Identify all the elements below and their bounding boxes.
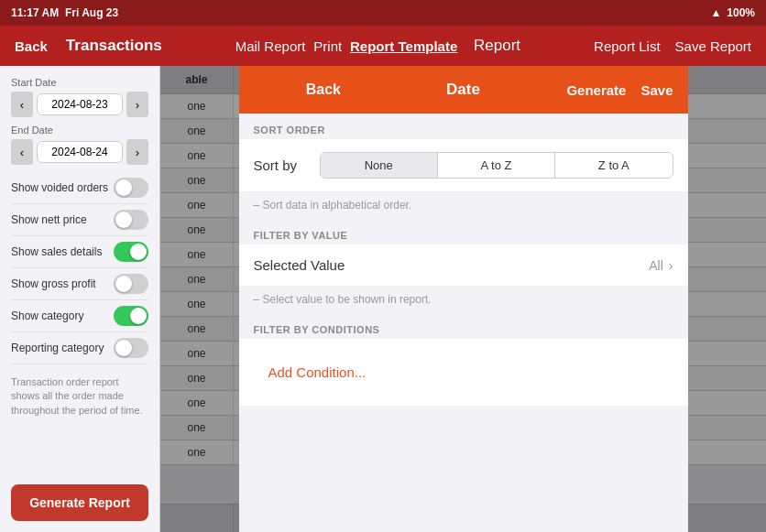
modal-header: Back Date Generate Save <box>239 66 688 114</box>
all-label: All <box>649 258 663 273</box>
sidebar-footer: Transaction order report shows all the o… <box>11 375 148 418</box>
chevron-right-icon: › <box>669 258 673 273</box>
toggle-nett-label: Show nett price <box>11 213 87 226</box>
end-date-next[interactable]: › <box>126 139 148 165</box>
filter-value-header: FILTER BY VALUE <box>239 219 688 244</box>
modal-overlay: Back Date Generate Save SORT ORDER Sort … <box>160 66 766 532</box>
start-date-value: 2024-08-23 <box>37 93 123 115</box>
start-date-next[interactable]: › <box>126 92 148 117</box>
report-label: Report <box>474 37 520 55</box>
status-time: 11:17 AM Fri Aug 23 <box>11 6 118 19</box>
toggle-category-switch[interactable] <box>114 306 148 326</box>
main-layout: Start Date ‹ 2024-08-23 › End Date ‹ 202… <box>0 66 766 532</box>
toggle-voided-switch[interactable] <box>114 178 148 198</box>
status-bar: 11:17 AM Fri Aug 23 ▲ 100% <box>0 0 766 26</box>
end-date-row: ‹ 2024-08-24 › <box>11 139 148 165</box>
modal-back-button[interactable]: Back <box>254 81 394 98</box>
battery-label: 100% <box>727 6 755 19</box>
toggle-sales-switch[interactable] <box>114 242 148 262</box>
toggle-sales-label: Show sales details <box>11 245 102 258</box>
toggle-reporting-category: Reporting category <box>11 332 148 364</box>
sort-section-card: Sort by None A to Z Z to A <box>239 139 688 191</box>
status-icons: ▲ 100% <box>710 6 755 19</box>
mail-report-button[interactable]: Mail Report <box>235 37 306 55</box>
toggle-gross-switch[interactable] <box>114 274 148 294</box>
end-date-prev[interactable]: ‹ <box>11 139 33 165</box>
toggle-nett-price: Show nett price <box>11 204 148 236</box>
generate-report-button[interactable]: Generate Report <box>11 484 148 521</box>
toggle-voided-orders: Show voided orders <box>11 172 148 204</box>
modal-save-button[interactable]: Save <box>640 82 673 98</box>
app-title: Transactions <box>66 37 162 55</box>
end-date-section: End Date ‹ 2024-08-24 › <box>11 125 148 165</box>
add-condition-button[interactable]: Add Condition... <box>254 352 381 393</box>
sort-row: Sort by None A to Z Z to A <box>254 152 673 179</box>
modal-bottom-space <box>239 413 688 532</box>
sort-section-header: SORT ORDER <box>239 114 688 139</box>
filter-value-card[interactable]: Selected Value All › <box>239 244 688 286</box>
top-nav-left: Back Transactions <box>15 37 162 55</box>
start-date-section: Start Date ‹ 2024-08-23 › <box>11 77 148 117</box>
report-template-button[interactable]: Report Template <box>350 37 457 55</box>
sort-options: None A to Z Z to A <box>320 152 673 179</box>
sort-option-none[interactable]: None <box>321 153 438 178</box>
table-area: able Pax No Qty one 0 2 one 0 1 one 0 1 … <box>160 66 766 532</box>
selected-value-label: Selected Value <box>254 257 345 273</box>
sort-option-atoz[interactable]: A to Z <box>438 153 555 178</box>
start-date-prev[interactable]: ‹ <box>11 92 33 117</box>
save-report-button[interactable]: Save Report <box>675 38 751 54</box>
toggle-voided-label: Show voided orders <box>11 181 108 194</box>
toggle-nett-switch[interactable] <box>114 210 148 230</box>
report-list-button[interactable]: Report List <box>594 38 661 54</box>
toggle-gross-profit: Show gross profit <box>11 268 148 300</box>
sidebar: Start Date ‹ 2024-08-23 › End Date ‹ 202… <box>0 66 160 532</box>
start-date-label: Start Date <box>11 77 148 88</box>
modal: Back Date Generate Save SORT ORDER Sort … <box>239 66 688 532</box>
toggle-sales-details: Show sales details <box>11 236 148 268</box>
toggle-category: Show category <box>11 300 148 332</box>
filter-conditions-header: FILTER BY CONDITIONS <box>239 313 688 339</box>
filter-value-hint: – Select value to be shown in report. <box>239 293 688 313</box>
modal-body: SORT ORDER Sort by None A to Z Z to A – … <box>239 114 688 532</box>
back-button[interactable]: Back <box>15 38 48 54</box>
selected-value-right: All › <box>649 258 673 273</box>
toggle-gross-label: Show gross profit <box>11 277 96 290</box>
toggle-category-label: Show category <box>11 309 83 322</box>
sort-by-label: Sort by <box>254 157 309 173</box>
end-date-value: 2024-08-24 <box>37 141 123 163</box>
sort-hint: – Sort data in alphabetical order. <box>239 199 688 219</box>
sort-option-ztoa[interactable]: Z to A <box>555 153 672 178</box>
start-date-row: ‹ 2024-08-23 › <box>11 92 148 117</box>
toggle-reporting-label: Reporting category <box>11 342 104 354</box>
modal-generate-button[interactable]: Generate <box>566 82 626 98</box>
modal-actions: Generate Save <box>533 82 673 98</box>
selected-value-row: Selected Value All › <box>254 257 673 273</box>
toggle-reporting-switch[interactable] <box>114 338 148 358</box>
top-nav-right: Report List Save Report <box>594 38 751 54</box>
wifi-icon: ▲ <box>710 6 721 19</box>
filter-conditions-card: Add Condition... <box>239 339 688 406</box>
top-nav: Back Transactions Mail Report Print Repo… <box>0 26 766 66</box>
modal-title: Date <box>393 81 533 99</box>
top-nav-center: Mail Report Print Report Template Report <box>184 37 572 55</box>
print-button[interactable]: Print <box>313 37 342 55</box>
end-date-label: End Date <box>11 125 148 136</box>
